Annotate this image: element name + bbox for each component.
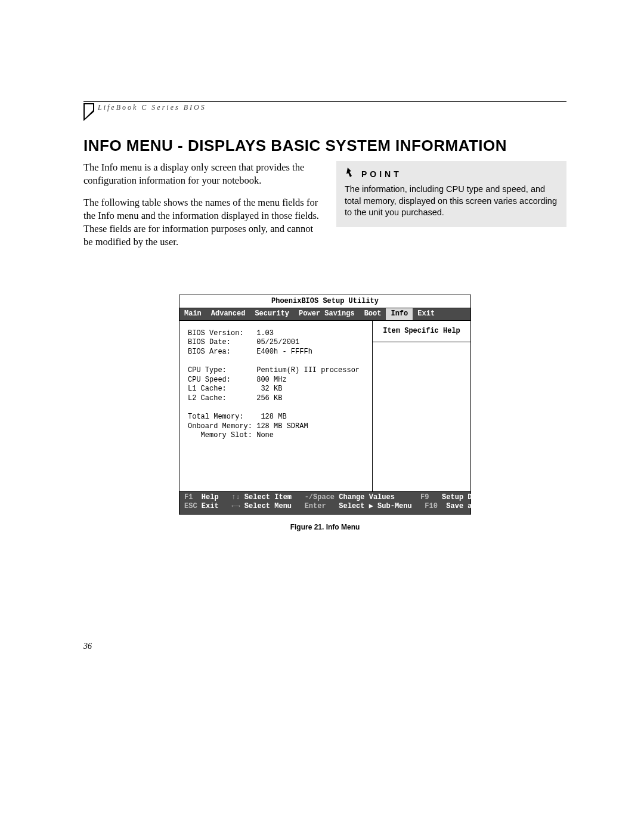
header-tab-icon xyxy=(83,103,94,121)
running-head-row: LifeBook C Series BIOS xyxy=(83,103,566,116)
page-title: INFO MENU - DISPLAYS BASIC SYSTEM INFORM… xyxy=(83,137,566,155)
bios-screen: PhoenixBIOS Setup Utility MainAdvancedSe… xyxy=(179,295,471,515)
bios-menu-item-advanced[interactable]: Advanced xyxy=(206,308,250,320)
bios-menu-item-main[interactable]: Main xyxy=(179,308,206,320)
manual-page: LifeBook C Series BIOS INFO MENU - DISPL… xyxy=(83,101,566,531)
top-rule xyxy=(83,101,566,102)
body-text-column: The Info menu is a display only screen t… xyxy=(83,161,322,258)
bios-help-title: Item Specific Help xyxy=(373,321,470,343)
running-head: LifeBook C Series BIOS xyxy=(98,103,206,112)
bios-help-pane: Item Specific Help xyxy=(372,321,470,491)
point-label: POINT xyxy=(361,169,402,179)
svg-marker-1 xyxy=(85,104,93,119)
bios-menu-item-exit[interactable]: Exit xyxy=(413,308,439,320)
paragraph-2: The following table shows the names of t… xyxy=(83,196,322,249)
paragraph-1: The Info menu is a display only screen t… xyxy=(83,161,322,188)
bios-footer-keys: F1 Help ↑↓ Select Item -/Space Change Va… xyxy=(179,492,470,514)
two-column-layout: The Info menu is a display only screen t… xyxy=(83,161,566,258)
figure-caption: Figure 21. Info Menu xyxy=(179,523,471,531)
bios-title: PhoenixBIOS Setup Utility xyxy=(179,295,470,309)
point-text: The information, including CPU type and … xyxy=(345,184,558,219)
point-column: POINT The information, including CPU typ… xyxy=(336,161,566,258)
bios-figure: PhoenixBIOS Setup Utility MainAdvancedSe… xyxy=(179,295,471,531)
bios-menu-item-boot[interactable]: Boot xyxy=(360,308,386,320)
page-number: 36 xyxy=(83,642,92,651)
bios-menu-item-security[interactable]: Security xyxy=(250,308,294,320)
bios-menu-item-info[interactable]: Info xyxy=(386,308,413,320)
bios-menu-item-power-savings[interactable]: Power Savings xyxy=(294,308,360,320)
bios-info-fields: BIOS Version: 1.03 BIOS Date: 05/25/2001… xyxy=(179,321,372,491)
point-callout: POINT The information, including CPU typ… xyxy=(336,161,566,227)
bios-body: BIOS Version: 1.03 BIOS Date: 05/25/2001… xyxy=(179,321,470,492)
bios-menu-bar: MainAdvancedSecurityPower SavingsBootInf… xyxy=(179,308,470,321)
pointer-icon xyxy=(345,167,357,181)
